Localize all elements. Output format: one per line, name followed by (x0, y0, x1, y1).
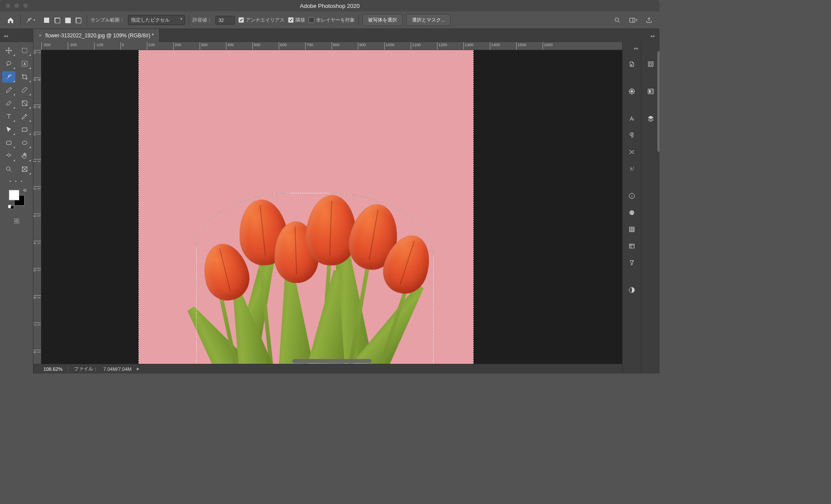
zoom-window[interactable] (23, 3, 28, 8)
hand-tool[interactable] (18, 150, 31, 162)
tool-palette: • • • ⟲ (0, 42, 33, 373)
ruler-tick: -100 (94, 42, 103, 50)
home-button[interactable] (4, 14, 17, 26)
swap-colors-icon[interactable]: ⟲ (23, 188, 26, 193)
intersect-selection[interactable] (73, 15, 83, 25)
path-select-tool[interactable] (2, 124, 15, 135)
ruler-horizontal[interactable]: -300-200-1000100200300400500600700800900… (41, 42, 622, 50)
horizontal-scrollbar[interactable] (292, 359, 372, 363)
panel-scrollbar[interactable] (657, 51, 660, 152)
ruler-tick: 1300 (463, 42, 474, 50)
panel-column-b (641, 42, 660, 373)
collapse-panels[interactable]: ▸▸ (651, 29, 660, 42)
right-panels: ▸▸ fx (622, 42, 660, 373)
titlebar: Adobe Photoshop 2020 (0, 0, 660, 11)
collapse-panel-icon[interactable]: ▸▸ (623, 46, 641, 53)
character-panel-icon[interactable] (626, 113, 638, 124)
marquee-tool[interactable] (18, 45, 31, 56)
check-icon: ✔ (288, 17, 294, 23)
ruler-tick: 900 (33, 105, 41, 108)
magic-wand-tool[interactable] (2, 71, 15, 83)
properties-panel-icon[interactable] (626, 59, 638, 69)
rounded-rect-tool[interactable] (2, 137, 15, 149)
ruler-tick: 1300 (33, 214, 41, 217)
eraser-tool[interactable] (2, 98, 15, 109)
crop-tool[interactable] (18, 71, 31, 83)
document-tab[interactable]: × flower-3132022_1920.jpg @ 109% (RGB/8#… (33, 29, 160, 42)
document-canvas[interactable] (139, 50, 473, 364)
info-panel-icon[interactable] (626, 191, 638, 201)
glyphs-panel-icon[interactable] (626, 163, 638, 174)
antialias-label: アンチエイリアス (246, 17, 284, 23)
color-swatches[interactable]: ⟲ (8, 189, 26, 207)
history-panel-icon[interactable] (645, 59, 657, 69)
ruler-tick: 1400 (33, 241, 41, 244)
contiguous-checkbox[interactable]: ✔ 隣接 (288, 17, 305, 23)
antialias-checkbox[interactable]: ✔ アンチエイリアス (238, 17, 284, 23)
svg-rect-1 (630, 18, 635, 22)
close-tab-icon[interactable]: × (39, 33, 42, 39)
file-size-label: ファイル： (74, 366, 98, 372)
pen-tool[interactable] (18, 111, 31, 122)
ruler-vertical[interactable]: 7008009001000110012001300140015001600170… (33, 50, 41, 364)
svg-rect-2 (22, 48, 27, 53)
gradient-tool[interactable] (18, 98, 31, 109)
zoom-level[interactable]: 108.62% (38, 366, 69, 373)
eyedropper-tool[interactable] (2, 84, 15, 96)
lasso-tool[interactable] (2, 58, 15, 69)
color-panel-icon[interactable] (626, 207, 638, 218)
ellipse-tool[interactable] (18, 137, 31, 149)
chevron-down-icon: ▾ (33, 18, 35, 22)
canvas-stage[interactable] (41, 50, 622, 364)
workspace-switcher[interactable]: ▾ (627, 14, 639, 26)
close-window[interactable] (5, 3, 11, 8)
swatches-panel-icon[interactable] (626, 224, 638, 235)
subtract-from-selection[interactable] (63, 15, 73, 25)
check-icon (309, 17, 314, 23)
svg-point-12 (631, 65, 632, 66)
sample-range-select[interactable]: 指定したピクセル (128, 15, 185, 25)
zoom-tool[interactable] (2, 163, 15, 175)
tool-presets-panel-icon[interactable] (626, 147, 638, 157)
paragraph-panel-icon[interactable] (626, 130, 638, 141)
svg-point-14 (631, 91, 633, 92)
layers-panel-icon[interactable] (645, 113, 657, 124)
custom-shape-tool[interactable] (2, 150, 15, 162)
ruler-tick: 1200 (437, 42, 447, 50)
svg-point-7 (22, 141, 27, 145)
type-tool[interactable] (2, 111, 15, 122)
ruler-tick: 600 (279, 42, 287, 50)
libraries-panel-icon[interactable] (626, 241, 638, 251)
add-to-selection[interactable] (52, 15, 62, 25)
artboard-tool[interactable] (18, 163, 31, 175)
ruler-tick: 100 (147, 42, 155, 50)
ruler-tick: 700 (305, 42, 313, 50)
minimize-window[interactable] (14, 3, 19, 8)
search-button[interactable] (611, 14, 623, 26)
collapse-tools[interactable]: ◂◂ (0, 29, 33, 42)
quick-mask-toggle[interactable] (10, 215, 23, 227)
object-select-tool[interactable] (18, 58, 31, 69)
navigator-panel-icon[interactable] (626, 86, 638, 97)
svg-point-8 (6, 167, 10, 170)
foreground-color[interactable] (9, 190, 19, 200)
new-selection[interactable] (42, 15, 51, 25)
select-subject-button[interactable]: 被写体を選択 (362, 14, 403, 26)
share-button[interactable] (643, 14, 655, 26)
tool-group-divider: • • • (9, 178, 24, 184)
tool-preset-picker[interactable]: ▾ (24, 14, 36, 26)
tolerance-input[interactable]: 32 (215, 16, 235, 25)
styles-panel-icon[interactable]: fx (626, 257, 638, 268)
status-menu-icon[interactable]: ▶ (137, 367, 139, 371)
default-colors-icon[interactable] (8, 205, 14, 209)
rectangle-tool[interactable] (18, 124, 31, 135)
all-layers-checkbox[interactable]: 全レイヤーを対象 (309, 17, 355, 23)
move-tool[interactable] (2, 45, 15, 56)
ruler-tick: 1700 (33, 323, 41, 326)
adjustments-panel-icon[interactable] (626, 285, 638, 295)
channels-panel-icon[interactable] (645, 86, 657, 97)
ruler-tick: 1000 (384, 42, 394, 50)
select-and-mask-button[interactable]: 選択とマスク... (406, 14, 451, 26)
brush-tool[interactable] (18, 84, 31, 96)
svg-rect-22 (630, 227, 634, 232)
